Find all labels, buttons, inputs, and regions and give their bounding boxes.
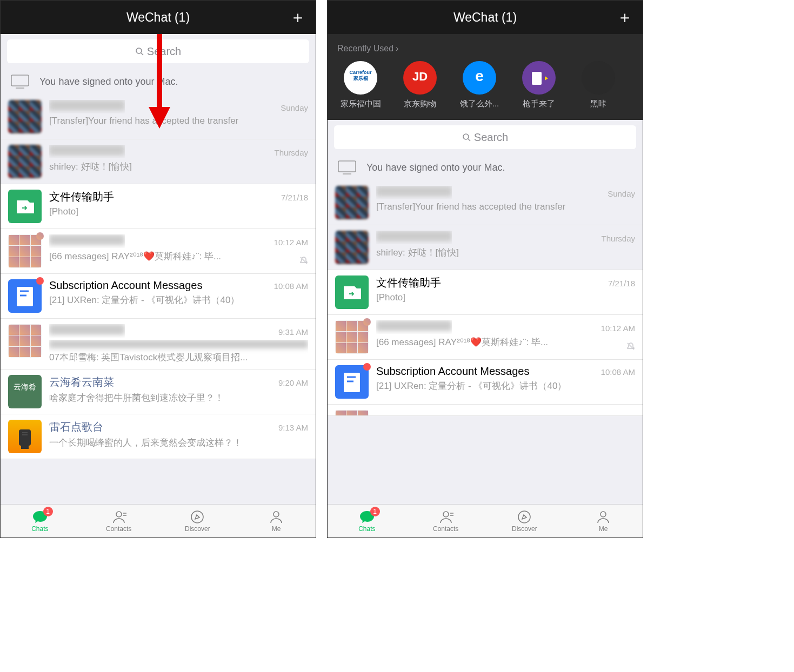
chat-preview: [Photo] bbox=[49, 206, 308, 217]
svg-point-29 bbox=[518, 511, 530, 523]
chat-body: Subscription Account Messages10:08 AM[21… bbox=[376, 365, 635, 399]
chat-avatar bbox=[335, 186, 369, 219]
chat-body: Subscription Account Messages10:08 AM[21… bbox=[49, 279, 308, 313]
tab-me[interactable]: Me bbox=[564, 505, 643, 537]
desktop-icon bbox=[337, 160, 357, 175]
mini-program[interactable]: JD京东购物 bbox=[397, 61, 443, 109]
chat-preview: [21] UXRen: 定量分析 - 《可视化》讲书（40） bbox=[376, 380, 635, 392]
search-wrap: Search bbox=[1, 34, 316, 69]
contacts-icon bbox=[438, 510, 453, 524]
unread-badge bbox=[36, 277, 44, 285]
tab-label: Me bbox=[272, 525, 281, 533]
chat-avatar bbox=[8, 279, 42, 313]
app-icon bbox=[522, 61, 556, 95]
search-input[interactable]: Search bbox=[334, 125, 636, 149]
chat-row[interactable]: 文件传输助手7/21/18[Photo] bbox=[1, 184, 316, 229]
chat-time: 9:20 AM bbox=[278, 378, 308, 387]
recently-used-panel: Recently Used › Carrefour家乐福家乐福中国JD京东购物e… bbox=[328, 34, 643, 120]
chat-name: 文件传输助手 bbox=[49, 190, 114, 204]
chat-row[interactable]: Sunday[Transfer]Your friend has accepted… bbox=[1, 95, 316, 139]
recent-apps-row[interactable]: Carrefour家乐福家乐福中国JD京东购物e饿了么外...枪手来了黑咔 bbox=[337, 61, 633, 109]
svg-point-30 bbox=[600, 512, 606, 517]
svg-rect-4 bbox=[11, 75, 29, 86]
tab-badge: 1 bbox=[43, 507, 53, 516]
chat-row[interactable]: 10:12 AM[66 messages] RAY²⁰¹⁸❤️莫斯科娃♪¨: 毕… bbox=[1, 229, 316, 274]
chat-avatar bbox=[8, 190, 42, 223]
chat-row[interactable]: Thursdayshirley: 好哒！[愉快] bbox=[1, 139, 316, 184]
phone-left: WeChat (1) ＋ Search You have signed onto… bbox=[0, 0, 316, 538]
mini-program[interactable]: e饿了么外... bbox=[456, 61, 503, 109]
chat-name bbox=[49, 145, 125, 158]
chat-avatar: 云海肴 bbox=[8, 375, 42, 408]
chat-preview: shirley: 好哒！[愉快] bbox=[49, 160, 308, 173]
tab-contacts[interactable]: Contacts bbox=[79, 505, 158, 537]
chat-row[interactable]: 10:12 AM[66 messages] RAY²⁰¹⁸❤️莫斯科娃♪¨: 毕… bbox=[328, 315, 643, 360]
mini-program[interactable]: 枪手来了 bbox=[516, 61, 562, 109]
mini-program[interactable]: Carrefour家乐福家乐福中国 bbox=[337, 61, 384, 109]
contacts-icon bbox=[111, 510, 126, 524]
chat-row[interactable]: Sunday[Transfer]Your friend has accepted… bbox=[328, 180, 643, 225]
navbar: WeChat (1) ＋ bbox=[328, 1, 643, 34]
svg-rect-23 bbox=[344, 373, 360, 392]
mute-icon bbox=[299, 256, 308, 267]
chat-time: 10:08 AM bbox=[601, 367, 635, 377]
chat-avatar bbox=[8, 145, 42, 178]
chat-name: 云海肴云南菜 bbox=[49, 375, 114, 389]
chat-preview: [Photo] bbox=[376, 292, 635, 303]
chat-time: Thursday bbox=[601, 234, 635, 243]
search-placeholder: Search bbox=[474, 131, 508, 144]
chat-preview: [66 messages] RAY²⁰¹⁸❤️莫斯科娃♪¨: 毕... bbox=[49, 250, 308, 263]
unread-badge bbox=[363, 363, 371, 371]
search-placeholder: Search bbox=[147, 45, 181, 58]
tab-chats[interactable]: 1 Chats bbox=[328, 505, 406, 537]
chat-row[interactable]: Subscription Account Messages10:08 AM[21… bbox=[328, 360, 643, 405]
tab-label: Contacts bbox=[106, 525, 131, 533]
chat-body: 云海肴云南菜9:20 AM啥家庭才舍得把牛肝菌包到速冻饺子里？！ bbox=[49, 375, 308, 408]
mac-signin-bar[interactable]: You have signed onto your Mac. bbox=[1, 69, 316, 95]
svg-rect-6 bbox=[17, 287, 33, 306]
chat-name bbox=[49, 324, 125, 338]
tab-label: Discover bbox=[512, 525, 537, 533]
tab-contacts[interactable]: Contacts bbox=[406, 505, 485, 537]
recently-used-label: Recently Used bbox=[337, 44, 393, 53]
recently-used-header[interactable]: Recently Used › bbox=[337, 44, 633, 53]
search-icon bbox=[462, 133, 471, 142]
tab-me[interactable]: Me bbox=[237, 505, 316, 537]
tab-discover[interactable]: Discover bbox=[158, 505, 237, 537]
app-icon: Carrefour家乐福 bbox=[344, 61, 377, 95]
chat-avatar bbox=[335, 275, 369, 309]
chat-row[interactable]: 雷石点歌台9:13 AM一个长期喝蜂蜜的人，后来竟然会变成这样？！ bbox=[1, 414, 316, 459]
chat-time: Sunday bbox=[608, 189, 635, 198]
app-name: 饿了么外... bbox=[460, 99, 499, 109]
add-icon[interactable]: ＋ bbox=[290, 6, 306, 29]
compass-icon bbox=[190, 510, 204, 524]
chat-name bbox=[49, 100, 125, 113]
chat-avatar bbox=[335, 231, 369, 264]
mac-signin-bar[interactable]: You have signed onto your Mac. bbox=[328, 154, 643, 180]
chat-body: 9:31 AM07本邱雪梅: 英国Tavistock模式婴儿观察项目招... bbox=[49, 324, 308, 364]
add-icon[interactable]: ＋ bbox=[617, 6, 633, 29]
chat-time: Thursday bbox=[274, 148, 308, 157]
chat-row[interactable]: Thursdayshirley: 好哒！[愉快] bbox=[328, 225, 643, 270]
mini-program[interactable]: 黑咔 bbox=[575, 61, 622, 109]
tab-discover[interactable]: Discover bbox=[485, 505, 564, 537]
chat-body: 10:12 AM[66 messages] RAY²⁰¹⁸❤️莫斯科娃♪¨: 毕… bbox=[376, 320, 635, 354]
tab-chats[interactable]: 1 Chats bbox=[1, 505, 79, 537]
chat-row[interactable]: Subscription Account Messages10:08 AM[21… bbox=[1, 274, 316, 319]
tab-label: Chats bbox=[358, 525, 375, 533]
chat-name: Subscription Account Messages bbox=[376, 365, 530, 378]
chat-body: Thursdayshirley: 好哒！[愉快] bbox=[49, 145, 308, 178]
chat-preview: [66 messages] RAY²⁰¹⁸❤️莫斯科娃♪¨: 毕... bbox=[376, 336, 635, 348]
chat-time: 10:08 AM bbox=[274, 281, 308, 291]
search-input[interactable]: Search bbox=[7, 39, 309, 63]
chat-preview: 一个长期喝蜂蜜的人，后来竟然会变成这样？！ bbox=[49, 436, 308, 449]
tabbar: 1 Chats Contacts Discover Me bbox=[1, 504, 316, 537]
chat-time: 9:13 AM bbox=[278, 423, 308, 432]
chat-preview: 07本邱雪梅: 英国Tavistock模式婴儿观察项目招... bbox=[49, 340, 308, 364]
chat-row[interactable]: 云海肴云海肴云南菜9:20 AM啥家庭才舍得把牛肝菌包到速冻饺子里？！ bbox=[1, 369, 316, 414]
chat-preview: [Transfer]Your friend has accepted the t… bbox=[376, 201, 635, 212]
chat-row[interactable]: 9:31 AM07本邱雪梅: 英国Tavistock模式婴儿观察项目招... bbox=[1, 319, 316, 369]
chat-body: 10:12 AM[66 messages] RAY²⁰¹⁸❤️莫斯科娃♪¨: 毕… bbox=[49, 234, 308, 268]
chat-row[interactable]: 文件传输助手7/21/18[Photo] bbox=[328, 270, 643, 315]
chat-row[interactable] bbox=[328, 405, 643, 416]
